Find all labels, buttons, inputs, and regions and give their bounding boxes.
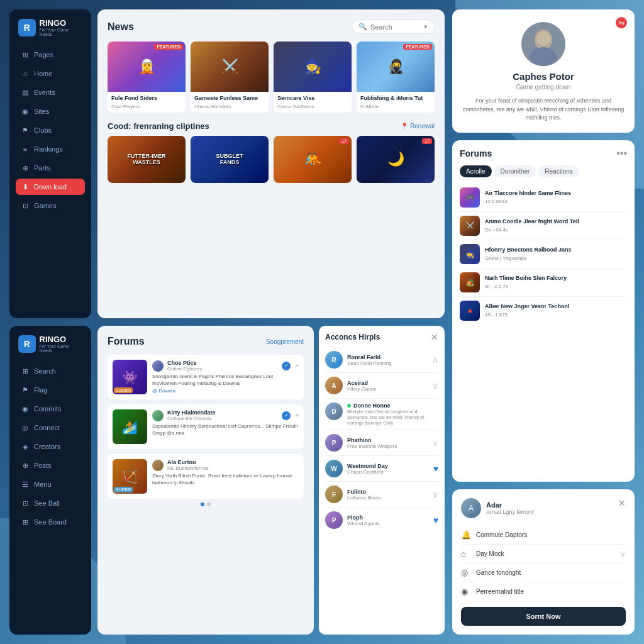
news-card-img-1: ⚔️ [191,42,269,92]
collapse-icon-1[interactable]: ∨ [432,380,438,391]
sidebar-item-menu[interactable]: ☰ Menu [16,476,85,492]
sidebar-item-clubs[interactable]: ⚑ Clubs [16,122,85,138]
forum-right-item-1[interactable]: ⚔️ Anmo Coodle Jlear fnght Word Teil Db … [460,212,627,240]
account-avatar-5: F [325,486,343,503]
account-name-3: Phathion [347,437,428,443]
news-card-2[interactable]: 🧙 Serncare Viss Cosco Woftiners [274,42,352,113]
action-close-icon[interactable]: ✕ [618,498,626,508]
sidebar-item-home[interactable]: ⌂ Home [16,65,85,82]
forum-right-title-1: Anmo Coodle Jlear fnght Word Teil [485,218,627,226]
sidebar-item-pages[interactable]: ⊞ Pages [16,47,85,63]
search-input[interactable] [370,23,421,31]
news-card-sub-2: Cosco Woftiners [277,104,348,109]
logo-text-wrap: RINGO For Your Game Needs [40,18,82,36]
forum-item-link-0[interactable]: @ Downla [152,388,299,394]
forum-item-0[interactable]: 👾 Custom Choe Ptice Online Egnores ✓ [108,355,304,399]
news-card-img-2: 🧙 [274,42,352,92]
sidebar-item-posts[interactable]: ⊕ Posts [16,457,85,474]
account-avatar-0: R [325,351,343,369]
sidebar-item-creators[interactable]: ◈ Creators [16,438,85,455]
account-item-4[interactable]: W Weetmond Day Chasn Canthem ♥ [325,456,438,482]
forum-item-1[interactable]: 🏄 Kirty Hialmendate Cultural life Classe… [108,404,304,449]
heart-icon-4[interactable]: ♥ [433,464,438,474]
forum-right-meta-1: Db - 04.4c [485,227,627,233]
account-info-0: Ronral Farld Sean Farld Penning [347,354,428,366]
forum-right-item-0[interactable]: 🎮 Air Tlaccore hInder Same Flines 12.0.0… [460,184,627,212]
account-info-5: Fulinto Lolbatoc.filtons [347,489,428,501]
collapse-icon-5[interactable]: ∨ [432,489,438,499]
commits-icon: ◉ [21,404,30,413]
forums-link[interactable]: Soogprement [266,338,304,345]
account-item-6[interactable]: P Pioph Wirand Agonis ♥ [325,508,438,533]
sidebar-item-connect[interactable]: ◎ Connect [16,419,85,436]
tab-acrolle[interactable]: Acrolle [460,165,492,177]
news-card-3[interactable]: 🥷 FEATURED Fublishing & iMuris Tut O Afr… [357,42,435,113]
account-item-0[interactable]: R Ronral Farld Sean Farld Penning ∧ [325,347,438,373]
collapse-icon-3[interactable]: ∨ [432,438,438,448]
action-item-1[interactable]: ⌂ Day Mock ∨ [461,545,626,564]
clubs-icon: ⚑ [21,126,30,135]
news-card-badge-3: FEATURED [403,44,432,50]
sidebar-item-rankings[interactable]: ≡ Rankings [16,141,85,157]
sidebar-item-sites[interactable]: ◉ Sites [16,103,85,119]
right-column: Yu Caphes Potor Game getting down For yo… [452,9,635,635]
account-avatar-6: P [325,511,343,529]
forum-right-item-2[interactable]: 🧙 Hfonrry Bnectons Ralbood Jans Gruful |… [460,240,627,269]
search-box[interactable]: 🔍 ▾ [352,19,435,34]
game-card-3[interactable]: 🌙 17 [357,136,435,183]
sidebar-item-games[interactable]: ⊡ Games [16,197,85,214]
games-renewal-link[interactable]: 📍 Renewal [401,123,435,130]
news-card-body-2: Serncare Viss Cosco Woftiners [274,92,352,113]
account-item-1[interactable]: A Aceirad Hilary Gaone ∨ [325,373,438,399]
forum-right-item-4[interactable]: 🔺 Alber New Jnger Vesor Techonl 49 - 1.8… [460,297,627,325]
action-card-sub: Arnad Lgny lemont [486,509,534,515]
forum-right-meta-4: 49 - 1.875 [485,312,627,318]
game-card-1[interactable]: SUBGLETFANDS [191,136,269,183]
sidebar-item-seeboard[interactable]: ⊞ See Board [16,514,85,530]
accounts-header: Acconcs Hirpls ✕ [325,332,438,342]
heart-icon-6[interactable]: ♥ [433,515,438,525]
sidebar-item-download[interactable]: ⬇ Down load [16,179,85,195]
dot-active [201,502,204,506]
account-item-5[interactable]: F Fulinto Lolbatoc.filtons ∨ [325,482,438,508]
account-item-2[interactable]: D Donne Honne Bfreryke rnuci lSernal tLa… [325,399,438,430]
sornt-now-button[interactable]: Sornt Now [461,607,626,626]
forum-right-body-3: Narh Tlime Boihe Slen Falcory Sf - 2.2.7… [485,275,627,289]
news-card-1[interactable]: ⚔️ Gameste Funless Same Chaos Monsters [191,42,269,113]
game-card-2[interactable]: 🤼 17 [274,136,352,183]
menu-icon: ☰ [21,480,30,489]
sidebar-item-flag[interactable]: ⚑ Flag [16,382,85,398]
tab-doronither[interactable]: Doronither [494,165,536,177]
forum-item-2[interactable]: 🏹 SUPER Ala Eurtou NE Buoternifornos [108,454,304,499]
action-item-3[interactable]: ◉ Perreernalnd title [461,582,626,601]
top-left-section: R RINGO For Your Game Needs ⊞ Pages ⌂ Ho… [9,9,445,318]
sidebar-item-seeball[interactable]: ⊡ See Ball [16,495,85,511]
sidebar-item-parts[interactable]: ⊕ Parts [16,160,85,176]
account-sub-2: Bfreryke rnuci lSernal tLaighres and Sol… [347,409,435,426]
game-card-0[interactable]: FUTTER-IMERWASTLES [108,136,186,183]
news-card-0[interactable]: 🧝 FEATURED Fule Fond Siders Cool Players [108,42,186,113]
forums-right-header: Forums ••• [460,148,627,159]
connect-icon: ◎ [21,423,30,432]
account-sub-6: Wirand Agonis [347,521,429,526]
more-options-icon[interactable]: ••• [616,148,627,159]
account-avatar-4: W [325,460,343,477]
forum-item-header-0: Choe Ptice Online Egnores ✓ ▾ [152,360,299,372]
close-icon[interactable]: ✕ [431,332,438,342]
chevron-icon-1: ▾ [296,412,299,419]
tab-reactions[interactable]: Reactions [538,165,579,177]
account-item-3[interactable]: P Phathion Frse Instretill Wleipers ∨ [325,430,438,456]
sidebar-item-commits[interactable]: ◉ Commits [16,401,85,417]
expand-icon-0[interactable]: ∧ [432,355,438,365]
sidebar-item-events[interactable]: ▤ Events [16,84,85,101]
news-title: News [108,21,134,33]
action-item-0[interactable]: 🔔 Commute Daptors [461,526,626,545]
account-info-2: Donne Honne Bfreryke rnuci lSernal tLaig… [347,402,438,426]
sidebar-item-search[interactable]: ⊞ Search [16,363,85,379]
action-card-info: Adar Arnad Lgny lemont [486,501,534,515]
forum-right-item-3[interactable]: 🏕️ Narh Tlime Boihe Slen Falcory Sf - 2.… [460,269,627,297]
action-label-3: Perreernalnd title [476,588,626,595]
action-label-2: Gance fononght [476,569,626,576]
profile-role: Game getting down [462,84,625,91]
action-item-2[interactable]: ◎ Gance fononght [461,564,626,582]
